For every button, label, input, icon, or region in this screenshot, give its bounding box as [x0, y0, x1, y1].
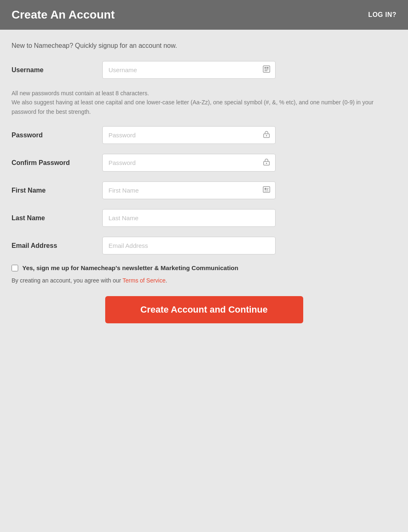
confirm-password-input[interactable] — [102, 154, 276, 172]
newsletter-label: Yes, sign me up for Namecheap's newslett… — [22, 264, 238, 271]
first-name-row: First Name — [12, 181, 396, 199]
first-name-input-wrapper — [102, 181, 276, 199]
confirm-password-label: Confirm Password — [12, 159, 102, 167]
email-row: Email Address — [12, 237, 396, 254]
last-name-row: Last Name — [12, 209, 396, 227]
confirm-password-row: Confirm Password — [12, 154, 396, 172]
create-account-button[interactable]: Create Account and Continue — [105, 296, 303, 323]
page-title: Create An Account — [12, 8, 115, 21]
login-link[interactable]: LOG IN? — [368, 11, 396, 19]
email-input[interactable] — [102, 237, 276, 254]
password-input-wrapper — [102, 126, 276, 144]
page-container: Create An Account LOG IN? New to Nameche… — [0, 0, 408, 532]
last-name-input[interactable] — [102, 209, 276, 227]
password-label: Password — [12, 132, 102, 139]
content-area: New to Namecheap? Quickly signup for an … — [0, 30, 408, 532]
email-input-wrapper — [102, 237, 276, 254]
first-name-label: First Name — [12, 187, 102, 194]
header: Create An Account LOG IN? — [0, 0, 408, 30]
confirm-password-input-wrapper — [102, 154, 276, 172]
terms-prefix: By creating an account, you agree with o… — [12, 277, 123, 284]
password-row: Password — [12, 126, 396, 144]
password-input[interactable] — [102, 126, 276, 144]
username-label: Username — [12, 66, 102, 74]
first-name-input[interactable] — [102, 181, 276, 199]
terms-of-service-link[interactable]: Terms of Service — [123, 277, 165, 284]
last-name-label: Last Name — [12, 214, 102, 222]
last-name-input-wrapper — [102, 209, 276, 227]
submit-btn-container: Create Account and Continue — [12, 296, 396, 323]
terms-text: By creating an account, you agree with o… — [12, 277, 396, 284]
newsletter-row: Yes, sign me up for Namecheap's newslett… — [12, 264, 396, 271]
username-input[interactable] — [102, 61, 276, 79]
terms-suffix: . — [165, 277, 167, 284]
username-row: Username — [12, 61, 396, 79]
email-label: Email Address — [12, 242, 102, 250]
username-input-wrapper — [102, 61, 276, 79]
newsletter-checkbox[interactable] — [12, 265, 18, 271]
subtitle-text: New to Namecheap? Quickly signup for an … — [12, 42, 396, 49]
password-hint: All new passwords must contain at least … — [12, 89, 396, 116]
